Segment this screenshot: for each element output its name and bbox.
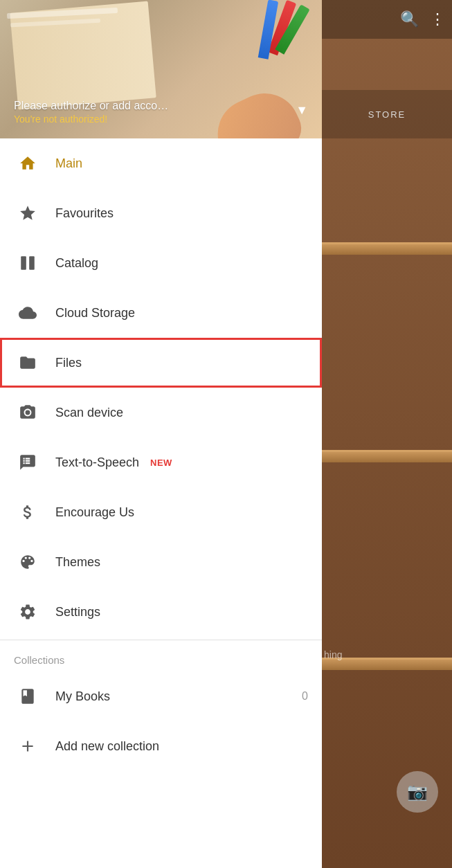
sidebar-item-files[interactable]: Files xyxy=(0,338,322,388)
plus-icon xyxy=(14,737,42,755)
sidebar-item-main[interactable]: Main xyxy=(0,138,322,188)
sidebar-item-catalog-label: Catalog xyxy=(55,256,98,271)
more-options-icon[interactable]: ⋮ xyxy=(430,10,445,28)
scan-icon xyxy=(14,404,42,422)
cloud-icon xyxy=(14,304,42,322)
sidebar-item-main-label: Main xyxy=(55,156,82,171)
topbar: 🔍 ⋮ xyxy=(322,0,452,39)
menu-list: Main Favourites Catalog xyxy=(0,138,322,868)
star-icon xyxy=(14,204,42,222)
sidebar-item-add-collection[interactable]: Add new collection xyxy=(0,721,322,771)
search-icon[interactable]: 🔍 xyxy=(400,10,419,28)
svg-rect-1 xyxy=(29,256,35,270)
sidebar-item-cloud-storage[interactable]: Cloud Storage xyxy=(0,288,322,338)
divider xyxy=(0,640,322,640)
partial-text: hing xyxy=(324,649,342,660)
header-subtitle: You're not authorized! xyxy=(14,114,168,125)
sidebar-item-cloud-storage-label: Cloud Storage xyxy=(55,306,135,320)
sidebar-item-favourites-label: Favourites xyxy=(55,206,114,221)
sidebar-item-settings-label: Settings xyxy=(55,605,100,620)
sidebar-item-text-to-speech[interactable]: Text-to-Speech NEW xyxy=(0,437,322,487)
sidebar-item-themes-label: Themes xyxy=(55,555,100,570)
navigation-drawer: Please authorize or add acco… You're not… xyxy=(0,0,322,868)
speech-icon xyxy=(14,453,42,471)
sidebar-item-files-label: Files xyxy=(55,356,82,370)
my-books-count: 0 xyxy=(302,690,308,703)
dropdown-arrow-icon[interactable]: ▼ xyxy=(296,103,308,118)
svg-rect-0 xyxy=(21,256,26,270)
sidebar-item-my-books-label: My Books xyxy=(55,689,110,704)
money-icon xyxy=(14,503,42,521)
header-text-block: Please authorize or add acco… You're not… xyxy=(14,98,168,125)
settings-icon xyxy=(14,603,42,621)
store-tab[interactable]: STORE xyxy=(322,90,452,138)
shelf-1 xyxy=(320,242,452,255)
sidebar-item-catalog[interactable]: Catalog xyxy=(0,238,322,288)
sidebar-item-scan-device-label: Scan device xyxy=(55,406,123,420)
sidebar-item-encourage-us-label: Encourage Us xyxy=(55,505,134,520)
catalog-icon xyxy=(14,254,42,272)
book-icon xyxy=(14,687,42,705)
camera-icon: 📷 xyxy=(407,782,428,802)
svg-point-2 xyxy=(26,410,30,415)
camera-button[interactable]: 📷 xyxy=(397,771,438,813)
theme-icon xyxy=(14,553,42,571)
drawer-header[interactable]: Please authorize or add acco… You're not… xyxy=(0,0,322,138)
sidebar-item-encourage-us[interactable]: Encourage Us xyxy=(0,487,322,537)
sidebar-item-add-collection-label: Add new collection xyxy=(55,739,159,754)
home-icon xyxy=(14,154,42,172)
shelf-2 xyxy=(320,450,452,462)
collections-header: Collections xyxy=(0,643,322,671)
folder-icon xyxy=(14,354,42,372)
sidebar-item-scan-device[interactable]: Scan device xyxy=(0,388,322,437)
store-label: STORE xyxy=(368,109,406,120)
sidebar-item-settings[interactable]: Settings xyxy=(0,587,322,637)
sidebar-item-themes[interactable]: Themes xyxy=(0,537,322,587)
header-title: Please authorize or add acco… xyxy=(14,98,168,114)
new-badge: NEW xyxy=(150,458,172,468)
sidebar-item-favourites[interactable]: Favourites xyxy=(0,188,322,238)
sidebar-item-my-books[interactable]: My Books 0 xyxy=(0,671,322,721)
hand-illustration xyxy=(206,82,308,138)
sidebar-item-text-to-speech-label: Text-to-Speech xyxy=(55,455,139,470)
